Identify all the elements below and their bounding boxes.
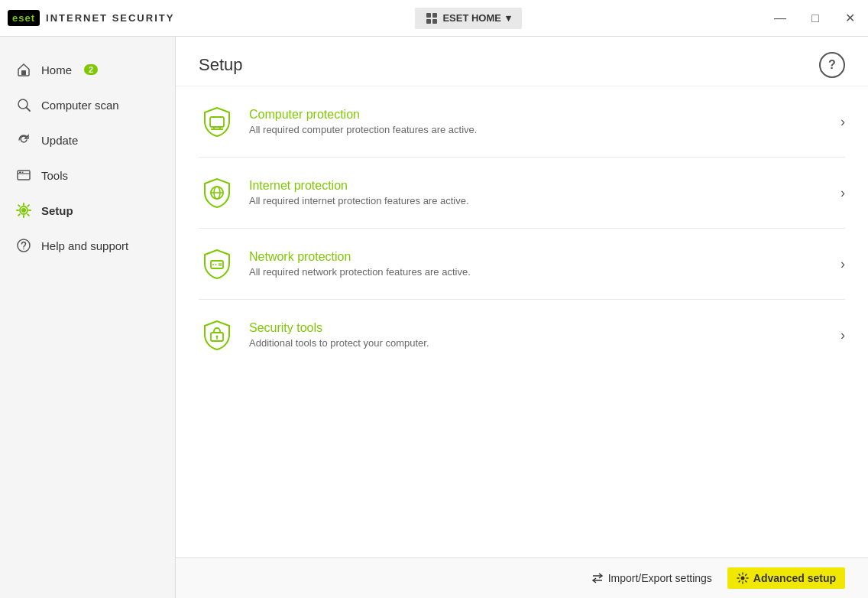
title-bar: eset INTERNET SECURITY ESET HOME ▾ — □ ✕ xyxy=(0,0,868,37)
network-protection-desc: All required network protection features… xyxy=(249,266,827,278)
app-body: Home 2 Computer scan Update xyxy=(0,37,868,598)
svg-rect-10 xyxy=(22,172,24,174)
home-label: Home xyxy=(41,63,72,76)
sidebar-item-home[interactable]: Home 2 xyxy=(0,52,175,87)
computer-protection-title: Computer protection xyxy=(249,108,827,122)
internet-protection-title: Internet protection xyxy=(249,179,827,193)
setup-label: Setup xyxy=(41,204,73,217)
security-tools-text: Security tools Additional tools to prote… xyxy=(249,321,827,349)
update-icon xyxy=(15,132,32,148)
security-tools-title: Security tools xyxy=(249,321,827,335)
internet-protection-item[interactable]: Internet protection All required interne… xyxy=(199,158,845,229)
setup-icon xyxy=(15,202,32,219)
eset-logo-box: eset xyxy=(8,10,40,26)
network-protection-icon xyxy=(199,245,235,282)
eset-logo: eset INTERNET SECURITY xyxy=(8,10,174,26)
svg-rect-3 xyxy=(432,19,437,24)
svg-point-13 xyxy=(18,239,30,252)
computer-protection-item[interactable]: Computer protection All required compute… xyxy=(199,86,845,158)
sidebar-item-setup[interactable]: Setup xyxy=(0,193,175,228)
sidebar-item-computer-scan[interactable]: Computer scan xyxy=(0,87,175,122)
home-icon xyxy=(426,12,438,24)
network-protection-title: Network protection xyxy=(249,250,827,264)
home-badge: 2 xyxy=(84,64,98,75)
app-name: INTERNET SECURITY xyxy=(46,12,174,24)
svg-line-6 xyxy=(27,108,31,112)
help-and-support-label: Help and support xyxy=(41,239,128,252)
setup-list: Computer protection All required compute… xyxy=(176,86,868,557)
svg-point-11 xyxy=(21,208,26,213)
computer-protection-arrow: › xyxy=(840,114,845,130)
sidebar-item-help-and-support[interactable]: Help and support xyxy=(0,228,175,263)
title-bar-center: ESET HOME ▾ xyxy=(415,8,522,29)
computer-protection-text: Computer protection All required compute… xyxy=(249,108,827,135)
window-controls: — □ ✕ xyxy=(763,0,868,37)
eset-home-button[interactable]: ESET HOME ▾ xyxy=(415,8,522,29)
svg-rect-4 xyxy=(21,70,26,75)
svg-point-14 xyxy=(23,249,24,250)
content-footer: Import/Export settings Advanced setup xyxy=(176,557,868,598)
network-protection-arrow: › xyxy=(840,256,845,272)
advanced-setup-icon xyxy=(737,572,749,584)
internet-protection-arrow: › xyxy=(840,185,845,201)
home-nav-icon xyxy=(15,61,32,78)
close-button[interactable]: ✕ xyxy=(833,0,868,37)
computer-protection-desc: All required computer protection feature… xyxy=(249,124,827,135)
svg-point-24 xyxy=(215,264,217,265)
computer-scan-label: Computer scan xyxy=(41,99,119,112)
internet-protection-icon xyxy=(199,174,235,211)
security-tools-icon xyxy=(199,317,235,353)
svg-point-23 xyxy=(212,264,214,265)
svg-rect-9 xyxy=(19,172,21,174)
update-label: Update xyxy=(41,134,78,147)
title-bar-left: eset INTERNET SECURITY xyxy=(8,10,174,26)
computer-scan-icon xyxy=(15,96,32,113)
security-tools-desc: Additional tools to protect your compute… xyxy=(249,337,827,349)
content-area: Setup ? Computer protection All re xyxy=(176,37,868,598)
sidebar-item-update[interactable]: Update xyxy=(0,122,175,158)
advanced-setup-button[interactable]: Advanced setup xyxy=(727,567,845,589)
help-icon xyxy=(15,237,32,254)
network-protection-item[interactable]: Network protection All required network … xyxy=(199,229,845,300)
security-tools-item[interactable]: Security tools Additional tools to prote… xyxy=(199,300,845,370)
maximize-button[interactable]: □ xyxy=(798,0,833,37)
page-title: Setup xyxy=(199,55,243,75)
svg-point-32 xyxy=(740,577,744,580)
tools-icon xyxy=(15,167,32,184)
computer-protection-icon xyxy=(199,103,235,140)
advanced-setup-label: Advanced setup xyxy=(753,572,836,584)
svg-rect-0 xyxy=(426,13,431,18)
internet-protection-desc: All required internet protection feature… xyxy=(249,195,827,206)
sidebar: Home 2 Computer scan Update xyxy=(0,37,176,598)
help-button[interactable]: ? xyxy=(819,52,845,78)
security-tools-arrow: › xyxy=(840,327,845,343)
import-export-button[interactable]: Import/Export settings xyxy=(591,572,712,584)
import-export-icon xyxy=(591,572,604,584)
import-export-label: Import/Export settings xyxy=(608,572,712,584)
svg-rect-1 xyxy=(432,13,437,18)
internet-protection-text: Internet protection All required interne… xyxy=(249,179,827,206)
content-header: Setup ? xyxy=(176,37,868,86)
svg-rect-2 xyxy=(426,19,431,24)
sidebar-item-tools[interactable]: Tools xyxy=(0,158,175,193)
network-protection-text: Network protection All required network … xyxy=(249,250,827,278)
minimize-button[interactable]: — xyxy=(763,0,798,37)
tools-label: Tools xyxy=(41,169,68,182)
svg-rect-15 xyxy=(210,117,224,127)
